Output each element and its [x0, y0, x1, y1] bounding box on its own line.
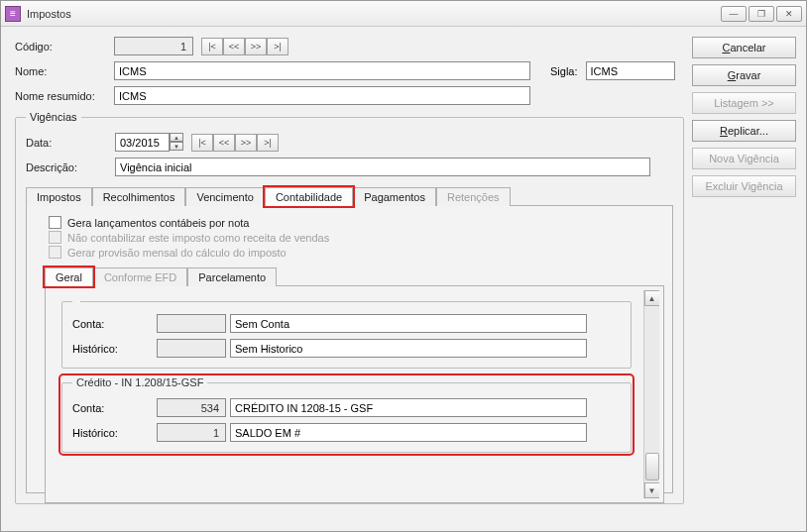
subtabs: Geral Conforme EFD Parcelamento — [45, 266, 664, 286]
subtab-parcelamento[interactable]: Parcelamento — [187, 267, 277, 286]
content-area: Código: |< << >> >| Nome: Sigla: Nome re… — [1, 27, 806, 531]
replicar-button[interactable]: Replicar... — [692, 120, 796, 142]
codigo-nav: |< << >> >| — [201, 38, 288, 55]
label-descricao: Descrição: — [26, 161, 115, 173]
subtab-body: Conta: Histórico: — [45, 286, 664, 503]
cancelar-button[interactable]: Cancelar — [692, 37, 796, 58]
conta-code-field[interactable] — [157, 314, 226, 333]
nome-field[interactable] — [114, 61, 530, 80]
label-historico: Histórico: — [72, 343, 157, 355]
label-nome-resumido: Nome resumido: — [15, 90, 114, 102]
nav-prev-icon[interactable]: << — [213, 134, 235, 152]
maximize-button[interactable]: ❐ — [749, 6, 774, 22]
vigencias-group: Vigências Data: ▲ ▼ |< << >> >| — [15, 111, 684, 504]
credito-hist-descr-field[interactable] — [230, 423, 587, 442]
nome-resumido-field[interactable] — [114, 86, 530, 105]
tab-pagamentos[interactable]: Pagamentos — [353, 187, 436, 206]
spinner-up-icon[interactable]: ▲ — [170, 133, 183, 142]
conta-descr-field[interactable] — [230, 314, 587, 333]
checkbox-gera-lancamentos[interactable] — [49, 216, 61, 229]
spinner-down-icon[interactable]: ▼ — [170, 142, 183, 151]
vertical-scrollbar[interactable]: ▲ ▼ — [643, 290, 659, 498]
listagem-button: Listagem >> — [692, 92, 796, 114]
main-panel: Código: |< << >> >| Nome: Sigla: Nome re… — [15, 37, 684, 521]
credito-conta-code-field[interactable] — [157, 398, 226, 417]
label-credito-conta: Conta: — [72, 402, 157, 414]
nav-next-icon[interactable]: >> — [245, 38, 267, 55]
tab-contabilidade[interactable]: Contabilidade — [265, 187, 353, 206]
scroll-down-icon[interactable]: ▼ — [644, 482, 660, 498]
vigencias-legend: Vigências — [26, 111, 81, 123]
sigla-field[interactable] — [586, 61, 675, 80]
tab-impostos[interactable]: Impostos — [26, 187, 92, 206]
scrolled-area: Conta: Histórico: — [50, 290, 659, 498]
nav-first-icon[interactable]: |< — [201, 38, 223, 55]
nav-last-icon[interactable]: >| — [257, 134, 279, 152]
descricao-field[interactable] — [115, 158, 650, 176]
tab-recolhimentos[interactable]: Recolhimentos — [92, 187, 186, 206]
gravar-button[interactable]: Gravar — [692, 64, 796, 86]
window-title: Impostos — [27, 8, 721, 20]
window-controls: — ❐ ✕ — [721, 6, 802, 22]
scroll-up-icon[interactable]: ▲ — [644, 290, 660, 306]
right-button-column: Cancelar Gravar Listagem >> Replicar... … — [692, 37, 796, 521]
excluir-vigencia-button: Excluir Vigência — [692, 175, 796, 197]
historico-descr-field[interactable] — [230, 339, 587, 358]
checkbox-nao-contabilizar — [49, 231, 61, 244]
label-checkbox-provisao: Gerar provisão mensal do cálculo do impo… — [67, 247, 287, 259]
nav-last-icon[interactable]: >| — [267, 38, 288, 55]
group-credito-in: Crédito - IN 1.208/15-GSF Conta: Históri… — [61, 376, 632, 453]
historico-code-field[interactable] — [157, 339, 226, 358]
data-nav: |< << >> >| — [191, 134, 279, 152]
label-codigo: Código: — [15, 41, 114, 53]
minimize-button[interactable]: — — [721, 6, 747, 22]
titlebar: ≡ Impostos — ❐ ✕ — [1, 1, 806, 27]
subtab-geral[interactable]: Geral — [45, 267, 93, 286]
data-field[interactable] — [115, 133, 170, 152]
credito-conta-descr-field[interactable] — [230, 398, 587, 417]
codigo-field[interactable] — [114, 37, 193, 55]
scroll-thumb[interactable] — [645, 453, 659, 480]
window: ≡ Impostos — ❐ ✕ Código: |< << >> >| Nom… — [0, 0, 807, 532]
label-data: Data: — [26, 137, 115, 149]
checkbox-gerar-provisao — [49, 246, 61, 259]
label-checkbox-gera: Gera lançamentos contábeis por nota — [67, 217, 249, 229]
label-checkbox-nao-cont: Não contabilizar este imposto como recei… — [67, 232, 329, 244]
tab-body-contabilidade: Gera lançamentos contábeis por nota Não … — [26, 206, 673, 493]
credito-legend: Crédito - IN 1.208/15-GSF — [72, 376, 207, 388]
subtab-conforme-efd: Conforme EFD — [93, 267, 187, 286]
tab-vencimento[interactable]: Vencimento — [185, 187, 264, 206]
nav-first-icon[interactable]: |< — [191, 134, 213, 152]
nav-next-icon[interactable]: >> — [235, 134, 257, 152]
tab-retencoes: Retenções — [436, 187, 511, 206]
credito-hist-code-field[interactable] — [157, 423, 226, 442]
app-icon: ≡ — [5, 6, 21, 22]
label-sigla: Sigla: — [550, 65, 578, 77]
label-credito-historico: Histórico: — [72, 427, 157, 439]
label-nome: Nome: — [15, 65, 114, 77]
close-button[interactable]: ✕ — [776, 6, 802, 22]
group-generic: Conta: Histórico: — [61, 298, 632, 369]
label-conta: Conta: — [72, 318, 157, 330]
data-spinner: ▲ ▼ — [115, 133, 183, 152]
nova-vigencia-button: Nova Vigência — [692, 148, 796, 169]
vigencias-tabs: Impostos Recolhimentos Vencimento Contab… — [26, 186, 673, 206]
nav-prev-icon[interactable]: << — [223, 38, 245, 55]
